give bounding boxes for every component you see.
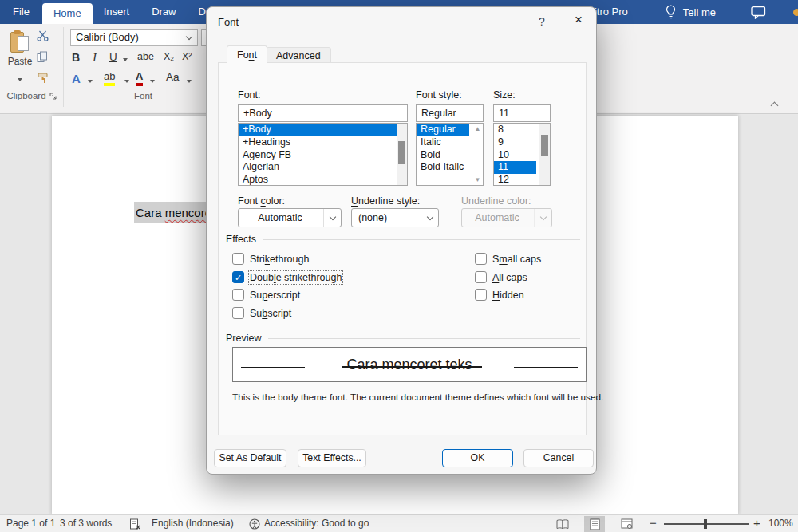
language-status[interactable]: English (Indonesia)	[152, 515, 234, 532]
dialog-close-button[interactable]: ×	[567, 10, 590, 30]
double-strikethrough-checkbox[interactable]: ✓	[232, 271, 244, 283]
collapse-ribbon-icon[interactable]	[771, 102, 779, 110]
font-list[interactable]: +Body +Headings Agency FB Algerian Aptos	[238, 123, 408, 186]
subscript-button[interactable]: X₂	[164, 51, 174, 62]
strikethrough-button[interactable]: abe	[137, 51, 154, 62]
preview-group-label: Preview	[226, 333, 261, 344]
paste-button[interactable]: Paste	[5, 29, 35, 83]
tab-insert[interactable]: Insert	[93, 0, 141, 24]
dialog-tab-font[interactable]: Font	[227, 45, 267, 63]
text-effects-button-dialog[interactable]: Text Effects...	[298, 449, 366, 467]
change-case-dropdown-icon[interactable]	[187, 80, 192, 83]
superscript-button[interactable]: X²	[182, 51, 192, 62]
underline-style-value: (none)	[352, 209, 419, 227]
font-list-item[interactable]: +Headings	[239, 136, 407, 149]
all-caps-checkbox-label[interactable]: All caps	[492, 272, 527, 283]
font-style-label: Font style:	[416, 89, 462, 100]
all-caps-checkbox[interactable]	[475, 271, 487, 283]
underline-color-dropdown: Automatic	[461, 208, 552, 227]
font-color-dropdown[interactable]: Automatic	[238, 208, 342, 227]
font-list-item[interactable]: Algerian	[239, 161, 407, 174]
read-mode-button[interactable]	[552, 516, 573, 532]
status-bar: Page 1 of 1 3 of 3 words English (Indone…	[0, 514, 798, 532]
underline-style-label: Underline style:	[351, 195, 420, 207]
tell-me[interactable]: Tell me	[683, 6, 716, 18]
font-list-item[interactable]: +Body	[239, 124, 407, 136]
superscript-checkbox[interactable]	[232, 289, 244, 301]
font-color-label: Font color:	[238, 195, 285, 207]
accessibility-icon	[249, 518, 260, 532]
paste-label: Paste	[5, 56, 35, 67]
hidden-checkbox[interactable]	[475, 289, 487, 301]
hidden-checkbox-label[interactable]: Hidden	[492, 290, 524, 301]
font-style-item[interactable]: Regular	[417, 124, 469, 136]
bold-button[interactable]: B	[72, 51, 80, 64]
text-effects-button[interactable]: A	[72, 72, 81, 85]
small-caps-checkbox-label[interactable]: Small caps	[492, 254, 541, 265]
subscript-checkbox[interactable]	[232, 307, 244, 319]
font-style-list[interactable]: Regular Italic Bold Bold Italic ▲ ▼	[416, 123, 484, 186]
font-list-item[interactable]: Aptos	[239, 174, 407, 186]
scroll-up-icon: ▲	[474, 125, 481, 132]
web-layout-button[interactable]	[616, 516, 637, 532]
subscript-checkbox-label[interactable]: Subscript	[250, 308, 291, 319]
font-name-combo[interactable]: Calibri (Body)	[70, 29, 198, 46]
change-case-button[interactable]: Aa	[166, 71, 180, 83]
print-layout-button[interactable]	[584, 516, 605, 532]
size-list[interactable]: 8 9 10 11 12	[493, 123, 551, 186]
font-list-scrollbar[interactable]	[397, 124, 407, 185]
strikethrough-checkbox-label[interactable]: Strikethrough	[250, 254, 309, 265]
double-strikethrough-checkbox-label[interactable]: Double strikethrough	[250, 272, 342, 283]
zoom-out-button[interactable]: −	[650, 514, 657, 531]
zoom-slider-thumb[interactable]	[704, 519, 707, 529]
dialog-help-button[interactable]: ?	[534, 15, 550, 28]
font-list-item[interactable]: Agency FB	[239, 149, 407, 162]
zoom-in-button[interactable]: +	[753, 514, 760, 531]
small-caps-checkbox[interactable]	[475, 253, 487, 265]
font-name-value: Calibri (Body)	[76, 31, 139, 43]
text-effects-dropdown-icon[interactable]	[88, 80, 93, 83]
cancel-button[interactable]: Cancel	[523, 449, 594, 467]
dialog-title: Font	[218, 16, 239, 28]
set-as-default-button[interactable]: Set As Default	[214, 449, 286, 467]
dialog-tab-advanced[interactable]: Advanced	[266, 47, 331, 63]
zoom-level[interactable]: 100%	[768, 515, 793, 532]
selected-text-part1: Cara	[136, 206, 165, 219]
tab-file[interactable]: File	[0, 0, 42, 24]
font-color-dropdown-icon[interactable]	[150, 80, 155, 83]
italic-button[interactable]: I	[93, 51, 97, 65]
highlight-button[interactable]: ab	[104, 70, 115, 86]
paste-dropdown-icon[interactable]	[18, 78, 22, 81]
effects-group-label: Effects	[226, 234, 256, 245]
size-label: Size:	[493, 89, 516, 100]
superscript-checkbox-label[interactable]: Superscript	[250, 290, 300, 301]
font-color-button[interactable]: A	[136, 70, 143, 86]
clipboard-dialog-launcher-icon[interactable]	[49, 93, 57, 102]
size-list-scrollbar[interactable]	[539, 124, 550, 185]
underline-dropdown-icon[interactable]	[123, 58, 128, 61]
size-input[interactable]: 11	[493, 104, 551, 122]
tab-draw[interactable]: Draw	[140, 0, 187, 24]
copy-icon[interactable]	[37, 51, 49, 66]
selected-text[interactable]: Cara mencore	[134, 202, 206, 223]
strikethrough-checkbox[interactable]	[232, 253, 244, 265]
cut-icon[interactable]	[37, 30, 49, 45]
font-color-value: Automatic	[239, 209, 322, 227]
tab-home[interactable]: Home	[42, 3, 93, 24]
font-style-input[interactable]: Regular	[416, 104, 484, 122]
underline-style-dropdown[interactable]: (none)	[351, 208, 439, 227]
word-count-status[interactable]: 3 of 3 words	[60, 515, 112, 532]
size-list-item[interactable]: 11	[494, 161, 536, 174]
ok-button[interactable]: OK	[442, 449, 513, 467]
comments-icon[interactable]	[751, 6, 766, 19]
accessibility-status[interactable]: Accessibility: Good to go	[264, 515, 369, 532]
font-name-dropdown-icon[interactable]	[186, 33, 192, 40]
format-painter-icon[interactable]	[37, 73, 49, 88]
underline-button[interactable]: U	[109, 51, 117, 63]
proofing-status-icon[interactable]	[129, 518, 140, 532]
font-style-scrollbar[interactable]: ▲ ▼	[472, 124, 483, 185]
preview-note: This is the body theme font. The current…	[232, 392, 590, 403]
highlight-dropdown-icon[interactable]	[124, 80, 129, 83]
page-number-status[interactable]: Page 1 of 1	[6, 515, 55, 532]
font-name-input[interactable]: +Body	[238, 104, 408, 122]
